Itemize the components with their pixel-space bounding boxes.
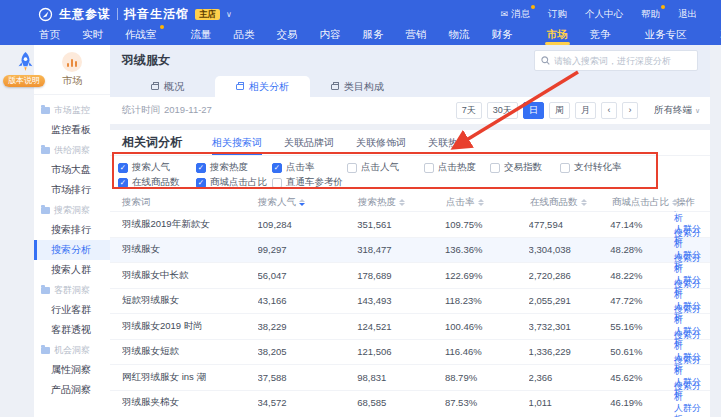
- tab-label: 相关分析: [249, 80, 289, 94]
- sidebar-item-搜索分析[interactable]: 搜索分析: [34, 240, 110, 260]
- action-link-搜索分析[interactable]: 搜索分析: [674, 253, 710, 275]
- metric-支付转化率[interactable]: 支付转化率: [560, 161, 656, 174]
- checkbox-点击人气[interactable]: [347, 163, 357, 173]
- table-row: 羽绒服夹棉女34,57268,58587.53%1,01146.19%搜索分析人…: [110, 390, 710, 416]
- sidebar-section-header[interactable]: 市场: [34, 45, 110, 95]
- column-header-在线商品数[interactable]: 在线商品数: [530, 196, 612, 209]
- rocket-icon[interactable]: [14, 50, 37, 74]
- sidebar-item-市场大盘[interactable]: 市场大盘: [34, 160, 110, 180]
- action-link-搜索分析[interactable]: 搜索分析: [674, 304, 710, 326]
- checkbox-点击率[interactable]: ✓: [272, 163, 282, 173]
- checkbox-搜索热度[interactable]: ✓: [196, 163, 206, 173]
- action-link-搜索分析[interactable]: 搜索分析: [674, 330, 710, 352]
- metric-点击率[interactable]: ✓点击率: [272, 161, 347, 174]
- nav-item-实时[interactable]: 实时: [71, 26, 114, 45]
- date-button-日[interactable]: 日: [523, 102, 544, 119]
- nav-item-市场[interactable]: 市场: [536, 26, 579, 45]
- checkbox-搜索人气[interactable]: ✓: [118, 163, 128, 173]
- sidebar-item-市场排行[interactable]: 市场排行: [34, 180, 110, 200]
- nav-item-内容[interactable]: 内容: [309, 26, 352, 45]
- date-button-30天[interactable]: 30天: [487, 102, 518, 119]
- date-button-7天[interactable]: 7天: [456, 102, 482, 119]
- sidebar-item-属性洞察[interactable]: 属性洞察: [34, 360, 110, 380]
- sort-icon: [399, 199, 405, 206]
- envelope-icon: ✉: [500, 10, 508, 19]
- sidebar-item-产品洞察[interactable]: 产品洞察: [34, 380, 110, 400]
- nav-item-品类[interactable]: 品类: [223, 26, 266, 45]
- metric-直通车参考价[interactable]: 直通车参考价: [272, 176, 382, 189]
- search-input[interactable]: [554, 56, 691, 66]
- checkbox-交易指数[interactable]: [490, 163, 500, 173]
- metric-交易指数[interactable]: 交易指数: [490, 161, 560, 174]
- panel-tab-相关搜索词[interactable]: 相关搜索词: [212, 130, 262, 155]
- checkbox-点击热度[interactable]: [424, 163, 434, 173]
- value-cell: 46.19%: [610, 397, 674, 408]
- action-link-人群分析[interactable]: 人群分析: [674, 403, 710, 417]
- metric-商城点击占比[interactable]: ✓商城点击占比: [196, 176, 272, 189]
- date-button-›[interactable]: ›: [622, 102, 638, 119]
- nav-item-竞争[interactable]: 竞争: [579, 26, 622, 45]
- value-cell: 45.62%: [610, 372, 674, 383]
- panel-tab-关联热词[interactable]: 关联热词: [428, 130, 468, 155]
- metric-搜索人气[interactable]: ✓搜索人气: [118, 161, 196, 174]
- nav-item-服务[interactable]: 服务: [352, 26, 395, 45]
- version-tag[interactable]: 版本说明: [3, 75, 45, 87]
- quicklink-退出[interactable]: 退出: [678, 8, 697, 21]
- checkbox-商城点击占比[interactable]: ✓: [196, 178, 206, 188]
- action-link-搜索分析[interactable]: 搜索分析: [674, 211, 710, 224]
- panel-tab-关联品牌词[interactable]: 关联品牌词: [284, 130, 334, 155]
- date-button-‹[interactable]: ‹: [601, 102, 617, 119]
- nav-item-取数[interactable]: 取数: [710, 26, 721, 45]
- value-cell: 118.23%: [445, 295, 529, 306]
- action-link-搜索分析[interactable]: 搜索分析: [674, 279, 710, 301]
- nav-item-财务[interactable]: 财务: [481, 26, 524, 45]
- metric-搜索热度[interactable]: ✓搜索热度: [196, 161, 272, 174]
- terminal-filter-dropdown[interactable]: 所有终端∨: [654, 104, 700, 117]
- sidebar-item-搜索排行[interactable]: 搜索排行: [34, 220, 110, 240]
- sidebar-item-搜索人群[interactable]: 搜索人群: [34, 260, 110, 280]
- column-header-商城点击占比[interactable]: 商城点击占比: [612, 196, 676, 209]
- sidebar-item-监控看板[interactable]: 监控看板: [34, 120, 110, 140]
- nav-item-交易[interactable]: 交易: [266, 26, 309, 45]
- nav-item-作战室[interactable]: 作战室: [114, 26, 168, 45]
- action-link-搜索分析[interactable]: 搜索分析: [674, 228, 710, 250]
- column-header-搜索人气[interactable]: 搜索人气: [258, 196, 358, 209]
- metric-点击热度[interactable]: 点击热度: [424, 161, 490, 174]
- table-row: 羽绒服2019年新款女109,284351,561109.75%477,5944…: [110, 211, 710, 237]
- sidebar-item-客群透视[interactable]: 客群透视: [34, 320, 110, 340]
- value-cell: 2,055,291: [529, 295, 611, 306]
- sidebar-item-行业客群[interactable]: 行业客群: [34, 300, 110, 320]
- quicklink-帮助[interactable]: 帮助: [641, 8, 660, 21]
- nav-item-业务专区[interactable]: 业务专区: [634, 26, 698, 45]
- metric-点击人气[interactable]: 点击人气: [347, 161, 424, 174]
- metric-在线商品数[interactable]: ✓在线商品数: [118, 176, 196, 189]
- date-button-周[interactable]: 周: [549, 102, 570, 119]
- checkbox-在线商品数[interactable]: ✓: [118, 178, 128, 188]
- tab-类目构成[interactable]: 类目构成: [310, 76, 405, 97]
- app-window: 生意参谋 抖音生活馆 主店 ∨ ✉消息订购个人中心帮助退出 首页实时作战室流量品…: [0, 0, 721, 417]
- column-header-搜索热度[interactable]: 搜索热度: [358, 196, 446, 209]
- nav-item-营销[interactable]: 营销: [395, 26, 438, 45]
- nav-item-流量[interactable]: 流量: [180, 26, 223, 45]
- quicklink-订购[interactable]: 订购: [548, 8, 567, 21]
- column-header-点击率[interactable]: 点击率: [446, 196, 530, 209]
- action-link-搜索分析[interactable]: 搜索分析: [674, 381, 710, 403]
- checkbox-支付转化率[interactable]: [560, 163, 570, 173]
- sort-down-triangle: [399, 203, 405, 206]
- date-button-月[interactable]: 月: [575, 102, 596, 119]
- brand[interactable]: 生意参谋 抖音生活馆 主店 ∨: [38, 6, 232, 23]
- nav-item-首页[interactable]: 首页: [28, 26, 71, 45]
- tab-概况[interactable]: 概况: [120, 76, 215, 97]
- keyword-band: 羽绒服女: [110, 45, 710, 76]
- nav-item-物流[interactable]: 物流: [438, 26, 481, 45]
- market-icon: [62, 52, 82, 72]
- checkbox-直通车参考价[interactable]: [272, 178, 282, 188]
- panel-tab-关联修饰词[interactable]: 关联修饰词: [356, 130, 406, 155]
- quicklink-个人中心[interactable]: 个人中心: [585, 8, 623, 21]
- quicklink-消息[interactable]: ✉消息: [500, 8, 530, 21]
- table-row: 网红羽绒服女 ins 潮37,58898,83188.79%2,36645.62…: [110, 364, 710, 390]
- chevron-down-icon[interactable]: ∨: [226, 10, 232, 19]
- value-cell: 34,572: [258, 397, 358, 408]
- tab-相关分析[interactable]: 相关分析: [215, 76, 310, 97]
- action-link-搜索分析[interactable]: 搜索分析: [674, 355, 710, 377]
